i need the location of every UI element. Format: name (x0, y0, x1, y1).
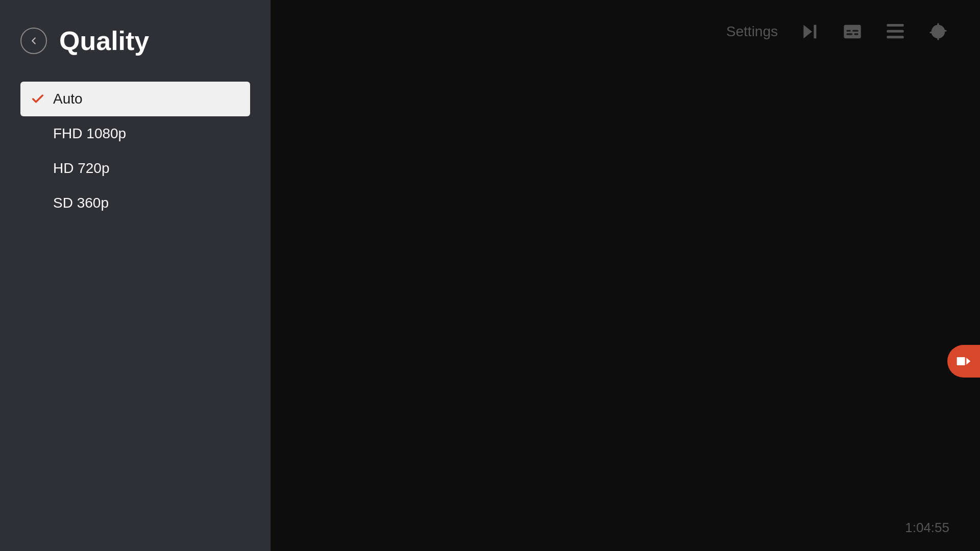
svg-rect-6 (854, 33, 858, 35)
quality-list: Auto FHD 1080p HD 720p (20, 82, 250, 220)
left-panel: Quality Auto FHD 1080p (0, 0, 271, 551)
top-bar: Settings (726, 20, 949, 43)
quality-label-hd: HD 720p (53, 160, 110, 177)
quality-label-fhd: FHD 1080p (53, 126, 126, 142)
svg-rect-3 (846, 30, 850, 32)
subtitle-icon[interactable] (841, 20, 864, 43)
svg-marker-0 (803, 25, 812, 39)
quality-label-sd: SD 360p (53, 195, 109, 211)
quality-option-hd[interactable]: HD 720p (20, 151, 250, 186)
svg-rect-11 (957, 357, 965, 365)
header-row: Quality (20, 26, 250, 56)
svg-rect-5 (846, 33, 852, 35)
settings-label: Settings (726, 23, 778, 40)
timestamp: 1:04:55 (905, 520, 949, 536)
svg-rect-7 (887, 24, 903, 27)
right-panel: Settings (271, 0, 980, 551)
gear-icon[interactable] (927, 20, 949, 43)
skip-next-icon[interactable] (798, 20, 821, 43)
svg-rect-4 (852, 30, 859, 32)
back-button[interactable] (20, 28, 47, 54)
record-badge[interactable] (947, 345, 980, 378)
check-icon-auto (31, 92, 45, 106)
playlist-icon[interactable] (884, 20, 906, 43)
svg-rect-1 (814, 25, 816, 39)
svg-rect-2 (844, 25, 861, 39)
quality-option-sd[interactable]: SD 360p (20, 186, 250, 220)
svg-rect-9 (887, 36, 903, 38)
svg-rect-8 (887, 30, 903, 33)
quality-option-fhd[interactable]: FHD 1080p (20, 116, 250, 151)
svg-marker-12 (966, 358, 970, 364)
quality-option-auto[interactable]: Auto (20, 82, 250, 116)
page-title: Quality (59, 26, 149, 56)
quality-label-auto: Auto (53, 91, 83, 107)
